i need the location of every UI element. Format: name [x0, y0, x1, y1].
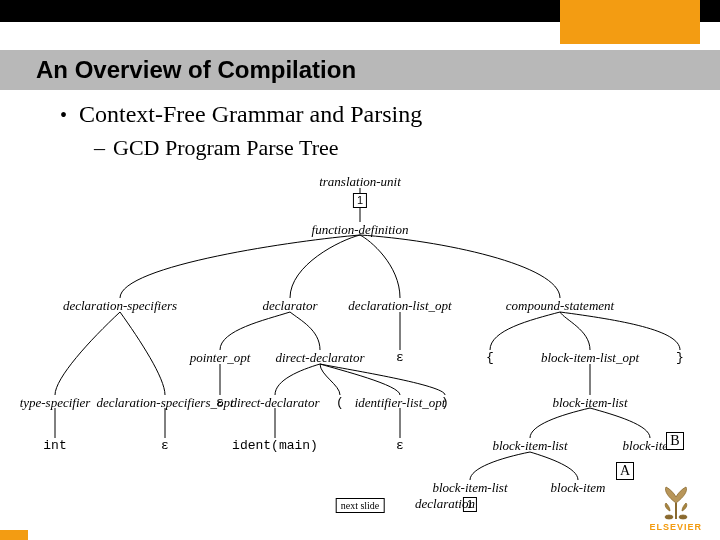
node-block-item-list: block-item-list: [552, 395, 627, 411]
tag-1a: 1: [353, 192, 367, 208]
node-identifier-list-opt: identifier-list_opt: [355, 395, 446, 411]
node-eps-3: ε: [396, 438, 404, 453]
bullet-sub: – GCD Program Parse Tree: [94, 135, 684, 161]
bullet-main: • Context-Free Grammar and Parsing: [60, 101, 684, 129]
node-declaration-specifiers-opt: declaration-specifiers_opt: [96, 395, 233, 411]
node-declarator: declarator: [263, 298, 318, 314]
node-brace-r: }: [676, 350, 684, 365]
title-bar: An Overview of Compilation: [0, 50, 720, 90]
bullet-text: Context-Free Grammar and Parsing: [79, 101, 422, 128]
next-slide-button[interactable]: next slide: [336, 498, 385, 513]
slide-header: An Overview of Compilation: [0, 0, 720, 70]
node-brace-l: {: [486, 350, 494, 365]
sub-text: GCD Program Parse Tree: [113, 135, 339, 161]
jump-b-button[interactable]: B: [666, 432, 684, 450]
node-eps-2: ε: [216, 395, 224, 410]
node-block-item-list-3: block-item-list: [432, 480, 507, 496]
node-compound-statement: compound-statement: [506, 298, 614, 314]
dash-icon: –: [94, 135, 105, 161]
tree-edges: [0, 170, 720, 490]
node-translation-unit: translation-unit: [319, 174, 401, 190]
slide-title: An Overview of Compilation: [36, 56, 356, 84]
node-block-item-list-2: block-item-list: [492, 438, 567, 454]
node-type-specifier: type-specifier: [20, 395, 91, 411]
node-declaration-list-opt: declaration-list_opt: [348, 298, 451, 314]
content-area: • Context-Free Grammar and Parsing – GCD…: [0, 95, 720, 161]
node-eps-1: ε: [396, 350, 404, 365]
svg-point-9: [679, 515, 687, 519]
publisher-name: ELSEVIER: [649, 522, 702, 532]
node-eps-4: ε: [161, 438, 169, 453]
node-block-item-list-opt: block-item-list_opt: [541, 350, 639, 366]
svg-point-8: [665, 515, 673, 519]
node-declaration-specifiers: declaration-specifiers: [63, 298, 177, 314]
node-block-item-2: block-item: [551, 480, 606, 496]
node-pointer-opt: pointer_opt: [190, 350, 251, 366]
node-declaration: declaration: [415, 496, 475, 512]
parse-tree: translation-unit 1 function-definition d…: [0, 170, 720, 470]
bullet-icon: •: [60, 101, 67, 129]
footer-accent: [0, 530, 28, 540]
node-ident-main: ident(main): [232, 438, 318, 453]
header-accent-box: [560, 0, 700, 44]
publisher-logo: ELSEVIER: [649, 483, 702, 532]
elsevier-tree-icon: [656, 483, 696, 521]
node-rparen: ): [441, 395, 449, 410]
node-lparen: (: [336, 395, 344, 410]
jump-a-button[interactable]: A: [616, 462, 634, 480]
node-function-definition: function-definition: [312, 222, 409, 238]
node-int: int: [43, 438, 66, 453]
node-direct-declarator: direct-declarator: [275, 350, 364, 366]
node-direct-declarator-2: direct-declarator: [230, 395, 319, 411]
